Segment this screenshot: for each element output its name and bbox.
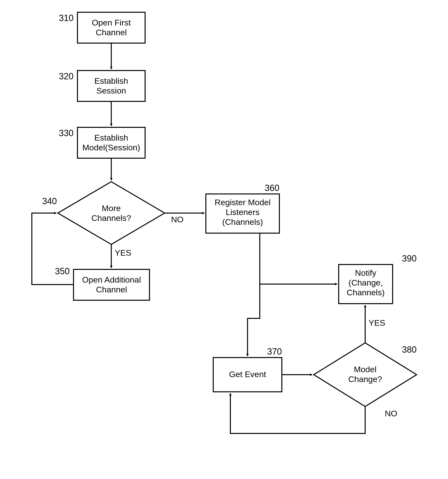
node-380-line1: Model (354, 365, 377, 374)
node-360-number: 360 (265, 183, 279, 193)
node-open-first-channel: Open First Channel 310 (59, 12, 145, 43)
node-390-line2: (Change, (348, 278, 383, 287)
node-310-number: 310 (59, 13, 74, 23)
edge-380-no-to-370 (230, 393, 365, 433)
node-open-additional-channel: Open Additional Channel 350 (55, 266, 149, 300)
node-310-line1: Open First (92, 18, 131, 27)
svg-marker-3 (58, 182, 165, 244)
node-360-line2: Listeners (226, 207, 260, 217)
node-310-line2: Channel (96, 28, 127, 37)
node-establish-model-session: Establish Model(Session) 330 (59, 127, 145, 158)
node-380-line2: Change? (348, 374, 382, 384)
node-establish-session: Establish Session 320 (59, 71, 145, 101)
node-model-change-decision: Model Change? 380 (314, 343, 417, 407)
node-320-line1: Establish (94, 76, 128, 85)
node-370-line1: Get Event (229, 370, 266, 379)
edge-360-to-370 (248, 284, 260, 356)
label-340-yes: YES (115, 248, 131, 257)
node-340-number: 340 (42, 196, 57, 206)
label-380-yes: YES (369, 318, 385, 327)
node-370-number: 370 (267, 347, 282, 357)
flowchart: Open First Channel 310 Establish Session… (0, 0, 448, 479)
node-340-line1: More (102, 204, 121, 213)
node-notify-change-channels: Notify (Change, Channels) 390 (339, 253, 417, 304)
node-350-line2: Channel (96, 285, 127, 294)
node-350-line1: Open Additional (82, 275, 141, 284)
node-380-number: 380 (402, 345, 417, 355)
node-more-channels-decision: More Channels? 340 (42, 182, 165, 244)
node-350-number: 350 (55, 266, 70, 276)
node-320-line2: Session (97, 86, 126, 95)
node-330-number: 330 (59, 128, 74, 138)
node-340-line2: Channels? (91, 213, 131, 223)
node-390-line3: Channels) (347, 288, 385, 297)
node-320-number: 320 (59, 71, 74, 81)
node-register-model-listeners: Register Model Listeners (Channels) 360 (206, 183, 279, 233)
label-340-no: NO (171, 215, 184, 224)
node-390-line1: Notify (355, 268, 376, 277)
label-380-no: NO (385, 409, 397, 418)
node-360-line3: (Channels) (222, 217, 263, 227)
node-390-number: 390 (402, 253, 417, 263)
node-360-line1: Register Model (215, 198, 271, 207)
node-330-line1: Establish (94, 133, 128, 142)
node-330-line2: Model(Session) (82, 143, 140, 152)
